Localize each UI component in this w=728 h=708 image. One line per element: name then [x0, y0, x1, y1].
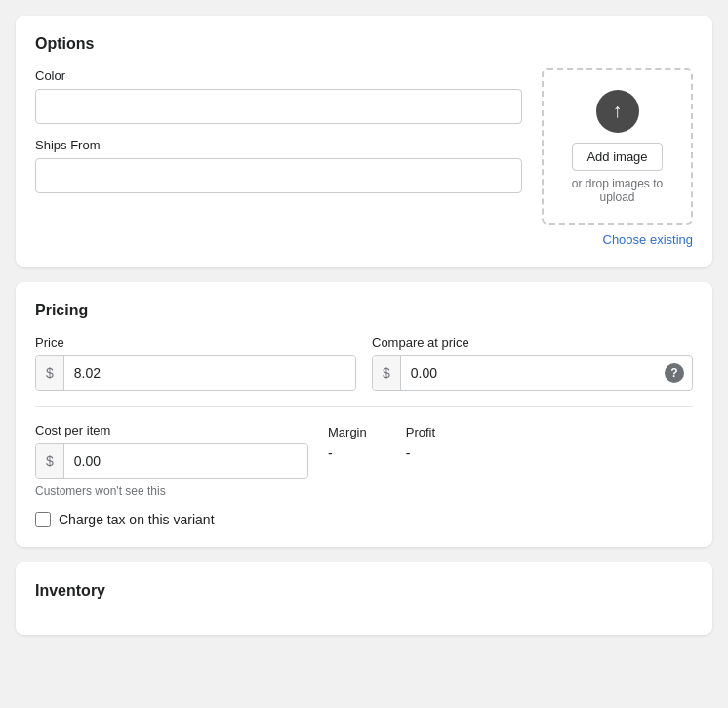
margin-profit-row: Margin - Profit -	[328, 425, 435, 461]
compare-at-prefix: $	[373, 356, 401, 390]
margin-item: Margin -	[328, 425, 367, 461]
pricing-row: Price $ Compare at price $ ?	[35, 335, 693, 391]
inventory-title: Inventory	[35, 582, 693, 600]
tax-checkbox[interactable]	[35, 512, 51, 527]
profit-label: Profit	[406, 425, 435, 439]
margin-value: -	[328, 445, 367, 461]
cost-prefix: $	[36, 444, 64, 478]
drop-text: or drop images to upload	[559, 177, 675, 204]
customers-note: Customers won't see this	[35, 484, 308, 498]
compare-at-input-wrapper: $ ?	[372, 355, 693, 391]
options-fields: Color Ships From	[35, 68, 522, 207]
tax-label: Charge tax on this variant	[59, 512, 215, 527]
add-image-button[interactable]: Add image	[572, 143, 662, 171]
upload-icon: ↑	[596, 90, 639, 133]
upload-arrow-icon: ↑	[613, 100, 623, 122]
tax-row: Charge tax on this variant	[35, 512, 693, 527]
cost-input-wrapper: $	[35, 443, 308, 479]
compare-at-price-label: Compare at price	[372, 335, 693, 350]
cost-per-item-input[interactable]	[64, 444, 307, 478]
help-icon[interactable]: ?	[665, 363, 684, 383]
color-group: Color	[35, 68, 522, 124]
pricing-card: Pricing Price $ Compare at price $ ? Cos…	[16, 282, 712, 547]
profit-value: -	[406, 445, 435, 461]
ships-from-label: Ships From	[35, 138, 522, 152]
options-title: Options	[35, 35, 693, 53]
cost-section: Cost per item $ Customers won't see this…	[35, 406, 693, 527]
image-upload-section: ↑ Add image or drop images to upload Cho…	[542, 68, 693, 247]
inventory-card: Inventory	[16, 562, 712, 635]
price-input[interactable]	[64, 356, 355, 390]
compare-at-price-field: Compare at price $ ?	[372, 335, 693, 391]
pricing-title: Pricing	[35, 302, 693, 319]
image-upload-area[interactable]: ↑ Add image or drop images to upload	[542, 68, 693, 225]
ships-from-input[interactable]	[35, 158, 522, 193]
choose-existing-link[interactable]: Choose existing	[542, 232, 693, 247]
price-label: Price	[35, 335, 356, 350]
profit-item: Profit -	[406, 425, 435, 461]
compare-at-price-input[interactable]	[401, 356, 665, 390]
margin-label: Margin	[328, 425, 367, 439]
color-label: Color	[35, 68, 522, 83]
ships-from-group: Ships From	[35, 138, 522, 193]
price-input-wrapper: $	[35, 355, 356, 391]
options-layout: Color Ships From ↑ Add image or drop ima…	[35, 68, 693, 247]
color-input[interactable]	[35, 89, 522, 124]
price-field: Price $	[35, 335, 356, 391]
cost-field: Cost per item $ Customers won't see this	[35, 423, 308, 498]
options-card: Options Color Ships From ↑ Add image or …	[16, 16, 712, 267]
price-prefix: $	[36, 356, 64, 390]
cost-row: Cost per item $ Customers won't see this…	[35, 423, 693, 498]
cost-per-item-label: Cost per item	[35, 423, 308, 437]
